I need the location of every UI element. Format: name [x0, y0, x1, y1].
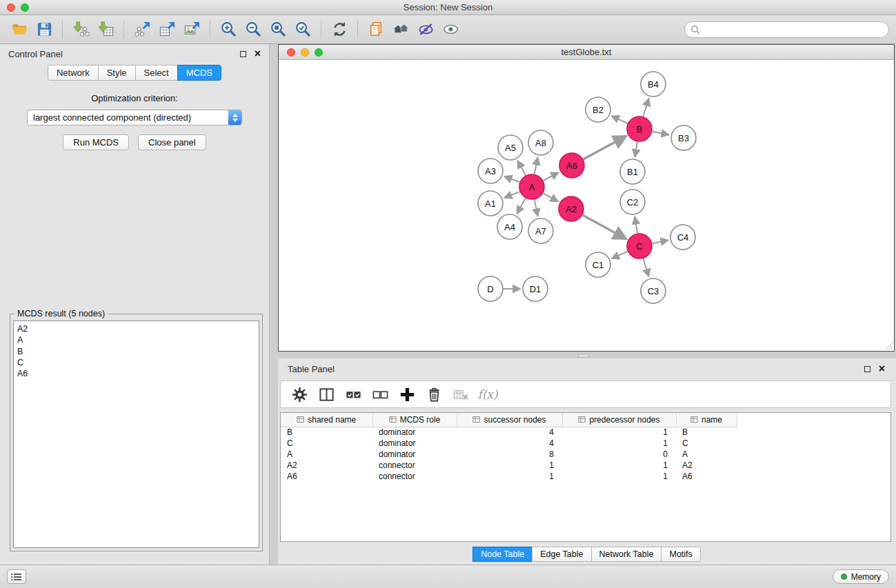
network-close-icon[interactable] — [287, 48, 295, 57]
mcds-result-list[interactable]: A2ABCA6 — [13, 321, 259, 548]
table-row[interactable]: A6connector11A6 — [281, 471, 737, 482]
mcds-result-item[interactable]: A — [17, 334, 259, 345]
cell-predecessor-nodes[interactable]: 0 — [562, 449, 676, 460]
graph-edge-C-C4[interactable] — [653, 240, 668, 243]
cell-mcds-role[interactable]: dominator — [372, 427, 457, 438]
mcds-result-item[interactable]: C — [17, 357, 259, 368]
cell-name[interactable]: A — [676, 449, 737, 460]
graph-node-A1[interactable]: A1 — [478, 191, 503, 216]
graph-node-D[interactable]: D — [478, 276, 503, 301]
column-header-mcds-role[interactable]: MCDS role — [372, 413, 457, 427]
close-window-icon[interactable] — [7, 3, 15, 12]
graph-node-A[interactable]: A — [519, 174, 544, 199]
graph-node-B4[interactable]: B4 — [641, 72, 666, 97]
export-network-button[interactable] — [130, 19, 155, 41]
optimization-criterion-dropdown[interactable]: largest connected component (directed) — [27, 110, 242, 125]
cell-successor-nodes[interactable]: 1 — [457, 471, 562, 482]
graph-edge-A-A4[interactable] — [517, 199, 526, 214]
graph-node-B[interactable]: B — [627, 116, 652, 141]
graph-node-C4[interactable]: C4 — [670, 225, 695, 250]
close-panel-icon[interactable]: × — [255, 50, 261, 58]
table-float-panel-icon[interactable] — [864, 366, 870, 372]
table-close-panel-icon[interactable]: × — [879, 365, 885, 373]
zoom-selected-button[interactable] — [290, 19, 315, 41]
graph-edge-B-B1[interactable] — [635, 142, 638, 157]
cell-mcds-role[interactable]: connector — [372, 460, 457, 471]
graph-edge-A-A8[interactable] — [535, 158, 538, 174]
cell-predecessor-nodes[interactable]: 1 — [562, 471, 676, 482]
cell-name[interactable]: C — [676, 438, 737, 449]
graph-node-C[interactable]: C — [627, 234, 652, 258]
float-panel-icon[interactable] — [240, 51, 246, 57]
graph-node-A5[interactable]: A5 — [498, 135, 523, 160]
control-tab-style[interactable]: Style — [98, 65, 136, 81]
table-row[interactable]: Cdominator41C — [281, 438, 737, 449]
cell-name[interactable]: A6 — [676, 471, 737, 482]
show-graphics-details-button[interactable] — [438, 19, 463, 41]
zoom-fit-button[interactable] — [266, 19, 290, 41]
table-tab-node-table[interactable]: Node Table — [472, 547, 532, 562]
cell-shared-name[interactable]: A6 — [281, 471, 372, 482]
graph-edge-B-B3[interactable] — [653, 132, 669, 135]
delete-table-button[interactable] — [450, 384, 471, 405]
graph-edge-B-B2[interactable] — [612, 116, 628, 123]
zoom-in-button[interactable] — [216, 19, 241, 41]
home-networks-button[interactable] — [388, 19, 413, 41]
search-input[interactable] — [704, 25, 883, 34]
graph-node-B3[interactable]: B3 — [671, 125, 696, 150]
mcds-result-item[interactable]: A6 — [17, 368, 259, 379]
graph-node-C2[interactable]: C2 — [620, 190, 645, 214]
search-box[interactable] — [684, 21, 889, 38]
table-tab-motifs[interactable]: Motifs — [661, 547, 700, 562]
zoom-out-button[interactable] — [241, 19, 266, 41]
open-session-button[interactable] — [7, 19, 32, 41]
control-tab-network[interactable]: Network — [48, 65, 99, 81]
cell-shared-name[interactable]: A2 — [281, 460, 372, 471]
table-row[interactable]: A2connector11A2 — [281, 460, 737, 471]
graph-edge-A-A7[interactable] — [535, 200, 538, 216]
control-tab-select[interactable]: Select — [135, 65, 178, 81]
graph-node-A8[interactable]: A8 — [528, 130, 553, 155]
cell-name[interactable]: A2 — [676, 460, 737, 471]
memory-button[interactable]: Memory — [833, 569, 889, 584]
splitter-handle[interactable] — [578, 354, 589, 358]
cell-shared-name[interactable]: C — [281, 438, 372, 449]
column-header-shared-name[interactable]: shared name — [281, 413, 372, 427]
export-table-button[interactable] — [155, 19, 179, 41]
mcds-result-item[interactable]: A2 — [17, 323, 259, 334]
run-mcds-button[interactable]: Run MCDS — [63, 134, 129, 150]
column-header-name[interactable]: name — [676, 413, 737, 427]
graph-edge-A2-C[interactable] — [583, 215, 626, 239]
import-network-from-file-button[interactable] — [68, 19, 93, 41]
cell-mcds-role[interactable]: connector — [372, 471, 457, 482]
graph-edge-C-C1[interactable] — [612, 252, 628, 258]
task-history-button[interactable] — [7, 569, 26, 584]
network-maximize-icon[interactable] — [315, 48, 323, 57]
cell-successor-nodes[interactable]: 8 — [457, 449, 562, 460]
cell-name[interactable]: B — [676, 427, 737, 438]
network-minimize-icon[interactable] — [301, 48, 309, 57]
delete-row-button[interactable] — [424, 384, 444, 405]
graph-node-B1[interactable]: B1 — [620, 159, 645, 184]
import-table-from-file-button[interactable] — [93, 19, 118, 41]
cell-mcds-role[interactable]: dominator — [372, 449, 457, 460]
graph-node-A4[interactable]: A4 — [497, 214, 522, 239]
graph-node-A6[interactable]: A6 — [559, 153, 584, 178]
graph-node-C3[interactable]: C3 — [641, 278, 666, 303]
graph-node-A3[interactable]: A3 — [478, 159, 503, 183]
maximize-window-icon[interactable] — [21, 3, 29, 12]
cell-predecessor-nodes[interactable]: 1 — [562, 427, 676, 438]
table-settings-gear-button[interactable] — [289, 384, 310, 405]
cell-successor-nodes[interactable]: 4 — [457, 438, 562, 449]
window-resize-grip-icon[interactable] — [884, 341, 893, 350]
graph-edge-C-C3[interactable] — [644, 258, 649, 276]
graph-edge-A-A2[interactable] — [544, 193, 558, 201]
graph-node-B2[interactable]: B2 — [586, 97, 610, 122]
graph-node-D1[interactable]: D1 — [523, 276, 548, 301]
graph-edge-A-A5[interactable] — [518, 161, 526, 175]
apply-preferred-layout-button[interactable] — [327, 19, 352, 41]
cell-predecessor-nodes[interactable]: 1 — [562, 438, 676, 449]
graph-node-C1[interactable]: C1 — [586, 252, 610, 277]
cell-successor-nodes[interactable]: 1 — [457, 460, 562, 471]
network-graph[interactable]: B4B2BB3A8A5A6A3B1AC2A1A2A4A7C4CC1DD1C3 — [279, 61, 894, 351]
